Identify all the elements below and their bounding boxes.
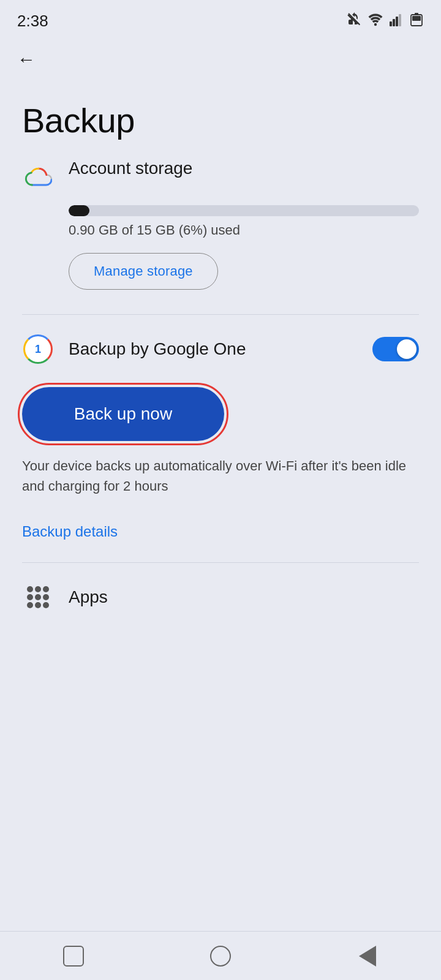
apps-dots-icon [22,581,54,613]
status-bar: 2:38 [0,0,441,37]
apps-row: Apps [22,581,419,631]
page-title: Backup [0,76,441,159]
dot-5 [35,594,41,600]
wifi-icon [368,13,383,29]
google-one-badge: 1 [23,334,53,364]
cloud-icon [22,161,54,193]
back-button[interactable]: ← [0,37,441,76]
toggle-knob [397,339,417,359]
bottom-navigation [0,931,441,980]
dot-3 [43,586,49,592]
svg-rect-2 [390,21,392,26]
svg-rect-5 [399,14,401,26]
backup-toggle-switch[interactable] [372,337,419,361]
storage-text: 0.90 GB of 15 GB (6%) used [69,222,240,238]
apps-grid-icon [27,586,49,608]
back-nav-icon [359,946,376,967]
storage-bar-container [69,205,419,216]
dot-2 [35,586,41,592]
svg-rect-7 [415,13,418,15]
dot-1 [27,586,33,592]
signal-icon [390,13,404,29]
back-arrow-icon: ← [17,49,36,69]
status-time: 2:38 [17,12,48,31]
account-storage-section: Account storage 0.90 GB of 15 GB (6%) us… [22,159,419,290]
dot-4 [27,594,33,600]
svg-point-1 [374,23,377,26]
account-storage-row: Account storage [22,159,419,193]
home-button[interactable] [199,941,242,971]
backup-details-link[interactable]: Backup details [22,523,419,540]
apps-label: Apps [69,587,108,607]
divider-2 [22,562,419,563]
dot-6 [43,594,49,600]
content-area: Account storage 0.90 GB of 15 GB (6%) us… [0,159,441,631]
manage-storage-button-container: Manage storage [69,253,419,290]
divider-1 [22,314,419,315]
back-up-now-button[interactable]: Back up now [22,387,224,441]
battery-icon [410,12,424,29]
svg-rect-3 [393,19,395,26]
svg-rect-4 [396,17,398,26]
mute-icon [347,12,361,30]
recent-apps-icon [63,946,84,967]
svg-rect-8 [412,16,421,21]
dot-7 [27,602,33,608]
storage-info: 0.90 GB of 15 GB (6%) used [69,205,419,238]
status-icons [347,12,424,30]
backup-google-one-label: Backup by Google One [69,338,358,360]
back-nav-button[interactable] [346,941,389,971]
backup-google-one-row: 1 Backup by Google One [22,333,419,365]
storage-bar-fill [69,205,89,216]
google-one-icon: 1 [22,333,54,365]
manage-storage-button[interactable]: Manage storage [69,253,218,290]
dot-9 [43,602,49,608]
dot-8 [35,602,41,608]
auto-backup-description: Your device backs up automatically over … [22,456,419,496]
account-storage-title: Account storage [69,159,419,178]
home-icon [210,946,231,967]
recent-apps-button[interactable] [52,941,95,971]
